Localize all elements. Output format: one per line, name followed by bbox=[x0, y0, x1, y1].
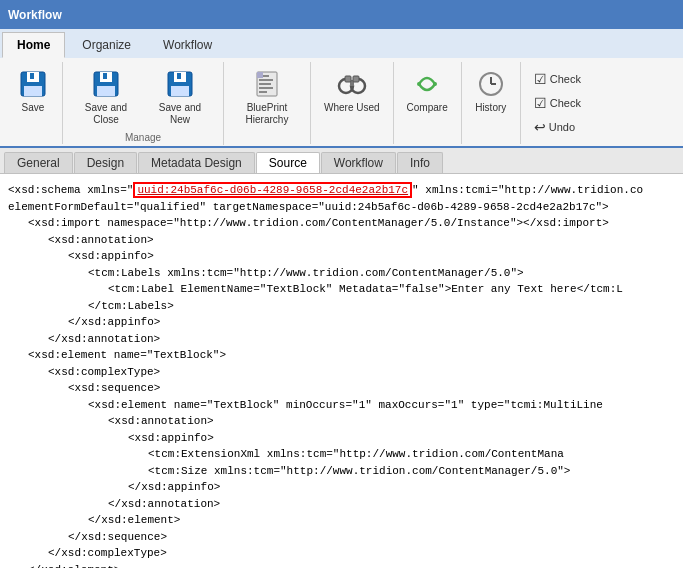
where-used-button[interactable]: Where Used bbox=[317, 64, 387, 118]
svg-rect-10 bbox=[171, 86, 189, 96]
tab-organize[interactable]: Organize bbox=[67, 32, 146, 58]
xml-line-24: </xsd:element> bbox=[8, 562, 675, 569]
tab-source[interactable]: Source bbox=[256, 152, 320, 173]
uuid-highlight: uuid:24b5af6c-d06b-4289-9658-2cd4e2a2b17… bbox=[133, 182, 412, 198]
svg-rect-6 bbox=[97, 86, 115, 96]
xml-line-22: </xsd:sequence> bbox=[8, 529, 675, 546]
svg-rect-3 bbox=[30, 73, 34, 79]
xml-line-8: </tcm:Labels> bbox=[8, 298, 675, 315]
svg-point-25 bbox=[433, 82, 437, 86]
save-close-label: Save and Close bbox=[76, 102, 136, 126]
check2-button[interactable]: ☑ Check bbox=[529, 92, 586, 114]
binoculars-icon bbox=[336, 68, 368, 100]
ribbon-group-history: History bbox=[462, 62, 521, 144]
save-and-new-button[interactable]: Save and New bbox=[143, 64, 217, 130]
xml-line-10: </xsd:annotation> bbox=[8, 331, 675, 348]
ribbon-group-compare: Compare bbox=[394, 62, 462, 144]
svg-rect-18 bbox=[257, 72, 263, 78]
ribbon-group-blueprint: BluePrint Hierarchy bbox=[224, 62, 311, 144]
xml-line-2: elementFormDefault="qualified" targetNam… bbox=[8, 199, 675, 216]
xml-line-16: <xsd:appinfo> bbox=[8, 430, 675, 447]
check2-label: Check bbox=[550, 97, 581, 109]
tab-info[interactable]: Info bbox=[397, 152, 443, 173]
xml-line-14: <xsd:element name="TextBlock" minOccurs=… bbox=[8, 397, 675, 414]
ribbon-content: Save Save and Close bbox=[0, 58, 683, 148]
xml-line-21: </xsd:element> bbox=[8, 512, 675, 529]
compare-button[interactable]: Compare bbox=[400, 64, 455, 118]
save-button[interactable]: Save bbox=[10, 64, 56, 118]
undo-label: Undo bbox=[549, 121, 575, 133]
xml-line-1: <xsd:schema xmlns="uuid:24b5af6c-d06b-42… bbox=[8, 182, 675, 199]
blueprint-label: BluePrint Hierarchy bbox=[237, 102, 297, 126]
title-bar: Workflow bbox=[0, 0, 683, 29]
save-new-icon bbox=[164, 68, 196, 100]
check1-button[interactable]: ☑ Check bbox=[529, 68, 586, 90]
xml-line-13: <xsd:sequence> bbox=[8, 380, 675, 397]
history-button[interactable]: History bbox=[468, 64, 514, 118]
xml-line-11: <xsd:element name="TextBlock"> bbox=[8, 347, 675, 364]
svg-rect-14 bbox=[259, 79, 273, 81]
xml-schema-tail: " xmlns:tcmi="http://www.tridion.co bbox=[412, 184, 643, 196]
xml-line-9: </xsd:appinfo> bbox=[8, 314, 675, 331]
xml-line-7: <tcm:Label ElementName="TextBlock" Metad… bbox=[8, 281, 675, 298]
save-and-close-button[interactable]: Save and Close bbox=[69, 64, 143, 130]
compare-icon bbox=[411, 68, 443, 100]
save-close-icon bbox=[90, 68, 122, 100]
svg-rect-22 bbox=[345, 76, 351, 82]
tab-metadata-design[interactable]: Metadata Design bbox=[138, 152, 255, 173]
xml-line-3: <xsd:import namespace="http://www.tridio… bbox=[8, 215, 675, 232]
xml-content-area[interactable]: <xsd:schema xmlns="uuid:24b5af6c-d06b-42… bbox=[0, 174, 683, 568]
blueprint-hierarchy-button[interactable]: BluePrint Hierarchy bbox=[230, 64, 304, 130]
xml-line-15: <xsd:annotation> bbox=[8, 413, 675, 430]
xml-line-19: </xsd:appinfo> bbox=[8, 479, 675, 496]
undo-icon: ↩ bbox=[534, 119, 546, 135]
history-label: History bbox=[475, 102, 506, 114]
undo-button[interactable]: ↩ Undo bbox=[529, 116, 586, 138]
tab-home[interactable]: Home bbox=[2, 32, 65, 58]
tab-workflow[interactable]: Workflow bbox=[148, 32, 227, 58]
tab-general[interactable]: General bbox=[4, 152, 73, 173]
svg-rect-7 bbox=[103, 73, 107, 79]
svg-rect-2 bbox=[24, 86, 42, 96]
xml-line-18: <tcm:Size xmlns:tcm="http://www.tridion.… bbox=[8, 463, 675, 480]
save-new-label: Save and New bbox=[150, 102, 210, 126]
tab-workflow[interactable]: Workflow bbox=[321, 152, 396, 173]
svg-rect-15 bbox=[259, 83, 271, 85]
save-label: Save bbox=[22, 102, 45, 114]
content-tabs: General Design Metadata Design Source Wo… bbox=[0, 148, 683, 174]
where-used-label: Where Used bbox=[324, 102, 380, 114]
ribbon-group-save-options: Save and Close Save and New Manage bbox=[63, 62, 224, 145]
xml-line-20: </xsd:annotation> bbox=[8, 496, 675, 513]
svg-point-24 bbox=[417, 82, 421, 86]
xml-line-4: <xsd:annotation> bbox=[8, 232, 675, 249]
xml-line-6: <tcm:Labels xmlns:tcm="http://www.tridio… bbox=[8, 265, 675, 282]
xml-schema-open: <xsd:schema xmlns=" bbox=[8, 184, 133, 196]
svg-rect-11 bbox=[177, 73, 181, 79]
svg-rect-16 bbox=[259, 87, 273, 89]
xml-line-17: <tcm:ExtensionXml xmlns:tcm="http://www.… bbox=[8, 446, 675, 463]
check1-label: Check bbox=[550, 73, 581, 85]
save-icon bbox=[17, 68, 49, 100]
ribbon-group-where-used: Where Used bbox=[311, 62, 394, 144]
ribbon-group-extras: ☑ Check ☑ Check ↩ Undo bbox=[521, 62, 594, 144]
ribbon-group-save: Save bbox=[4, 62, 63, 144]
blueprint-icon bbox=[251, 68, 283, 100]
manage-label: Manage bbox=[69, 130, 217, 145]
xml-line-23: </xsd:complexType> bbox=[8, 545, 675, 562]
check1-icon: ☑ bbox=[534, 71, 547, 87]
title-label: Workflow bbox=[8, 8, 62, 22]
compare-label: Compare bbox=[407, 102, 448, 114]
xml-line-12: <xsd:complexType> bbox=[8, 364, 675, 381]
tab-design[interactable]: Design bbox=[74, 152, 137, 173]
svg-rect-23 bbox=[353, 76, 359, 82]
svg-rect-17 bbox=[259, 91, 267, 93]
history-icon bbox=[475, 68, 507, 100]
check2-icon: ☑ bbox=[534, 95, 547, 111]
xml-line-5: <xsd:appinfo> bbox=[8, 248, 675, 265]
ribbon-tabs: Home Organize Workflow bbox=[0, 29, 683, 58]
